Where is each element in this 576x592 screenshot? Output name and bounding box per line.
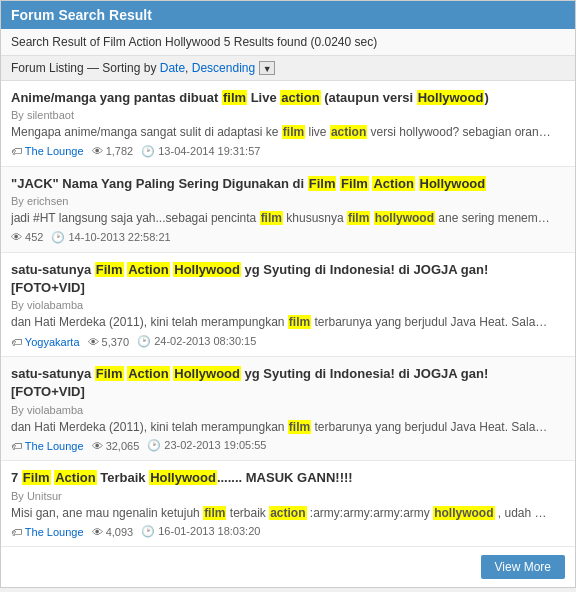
result-title-link[interactable]: satu-satunya Film Action Hollywood yg Sy… bbox=[11, 366, 488, 399]
result-meta: 🏷 The Lounge👁 32,065🕑 23-02-2013 19:05:5… bbox=[11, 439, 565, 452]
result-date: 🕑 24-02-2013 08:30:15 bbox=[137, 335, 256, 348]
sort-order-link[interactable]: Descending bbox=[192, 61, 255, 75]
result-views: 👁 5,370 bbox=[88, 336, 130, 348]
result-item: 7 Film Action Terbaik Hollywood....... M… bbox=[1, 461, 575, 547]
result-title[interactable]: "JACK" Nama Yang Paling Sering Digunakan… bbox=[11, 175, 565, 193]
result-date: 🕑 13-04-2014 19:31:57 bbox=[141, 145, 260, 158]
footer: View More bbox=[1, 547, 575, 587]
page-header: Forum Search Result bbox=[1, 1, 575, 29]
result-snippet: Mengapa anime/manga sangat sulit di adap… bbox=[11, 124, 551, 141]
result-tag[interactable]: 🏷 Yogyakarta bbox=[11, 336, 80, 348]
result-date: 🕑 16-01-2013 18:03:20 bbox=[141, 525, 260, 538]
result-item: Anime/manga yang pantas dibuat film Live… bbox=[1, 81, 575, 167]
result-snippet: dan Hati Merdeka (2011), kini telah mera… bbox=[11, 314, 551, 331]
result-meta: 🏷 Yogyakarta👁 5,370🕑 24-02-2013 08:30:15 bbox=[11, 335, 565, 348]
sort-bar-label: Forum Listing — Sorting by Date, Descend… bbox=[11, 61, 255, 75]
result-title[interactable]: satu-satunya Film Action Hollywood yg Sy… bbox=[11, 365, 565, 401]
result-item: "JACK" Nama Yang Paling Sering Digunakan… bbox=[1, 167, 575, 253]
result-title[interactable]: satu-satunya Film Action Hollywood yg Sy… bbox=[11, 261, 565, 297]
result-meta: 🏷 The Lounge👁 4,093🕑 16-01-2013 18:03:20 bbox=[11, 525, 565, 538]
result-date: 🕑 14-10-2013 22:58:21 bbox=[51, 231, 170, 244]
result-snippet: dan Hati Merdeka (2011), kini telah mera… bbox=[11, 419, 551, 436]
result-author: By erichsen bbox=[11, 195, 565, 207]
sort-icon[interactable]: ▼ bbox=[259, 61, 275, 75]
result-title[interactable]: Anime/manga yang pantas dibuat film Live… bbox=[11, 89, 565, 107]
result-tag[interactable]: 🏷 The Lounge bbox=[11, 526, 84, 538]
forum-search-result-container: Forum Search Result Search Result of Fil… bbox=[0, 0, 576, 588]
search-info-bar: Search Result of Film Action Hollywood 5… bbox=[1, 29, 575, 56]
search-info-text: Search Result of Film Action Hollywood 5… bbox=[11, 35, 377, 49]
result-views: 👁 1,782 bbox=[92, 145, 134, 157]
result-author: By violabamba bbox=[11, 299, 565, 311]
result-title-link[interactable]: Anime/manga yang pantas dibuat film Live… bbox=[11, 90, 489, 105]
result-title-link[interactable]: 7 Film Action Terbaik Hollywood....... M… bbox=[11, 470, 353, 485]
result-meta: 👁 452🕑 14-10-2013 22:58:21 bbox=[11, 231, 565, 244]
result-meta: 🏷 The Lounge👁 1,782🕑 13-04-2014 19:31:57 bbox=[11, 145, 565, 158]
page-title: Forum Search Result bbox=[11, 7, 152, 23]
result-date: 🕑 23-02-2013 19:05:55 bbox=[147, 439, 266, 452]
result-views: 👁 4,093 bbox=[92, 526, 134, 538]
result-title-link[interactable]: satu-satunya Film Action Hollywood yg Sy… bbox=[11, 262, 488, 295]
result-title-link[interactable]: "JACK" Nama Yang Paling Sering Digunakan… bbox=[11, 176, 486, 191]
result-author: By silentbaot bbox=[11, 109, 565, 121]
result-tag[interactable]: 🏷 The Lounge bbox=[11, 440, 84, 452]
result-item: satu-satunya Film Action Hollywood yg Sy… bbox=[1, 357, 575, 461]
result-author: By violabamba bbox=[11, 404, 565, 416]
result-tag[interactable]: 🏷 The Lounge bbox=[11, 145, 84, 157]
result-item: satu-satunya Film Action Hollywood yg Sy… bbox=[1, 253, 575, 357]
result-snippet: Misi gan, ane mau ngenalin ketujuh film … bbox=[11, 505, 551, 522]
view-more-button[interactable]: View More bbox=[481, 555, 565, 579]
result-snippet: jadi #HT langsung saja yah...sebagai pen… bbox=[11, 210, 551, 227]
result-views: 👁 32,065 bbox=[92, 440, 140, 452]
result-title[interactable]: 7 Film Action Terbaik Hollywood....... M… bbox=[11, 469, 565, 487]
sort-bar: Forum Listing — Sorting by Date, Descend… bbox=[1, 56, 575, 81]
results-container: Anime/manga yang pantas dibuat film Live… bbox=[1, 81, 575, 547]
result-author: By Unitsur bbox=[11, 490, 565, 502]
result-views: 👁 452 bbox=[11, 231, 43, 243]
sort-by-link[interactable]: Date bbox=[160, 61, 185, 75]
